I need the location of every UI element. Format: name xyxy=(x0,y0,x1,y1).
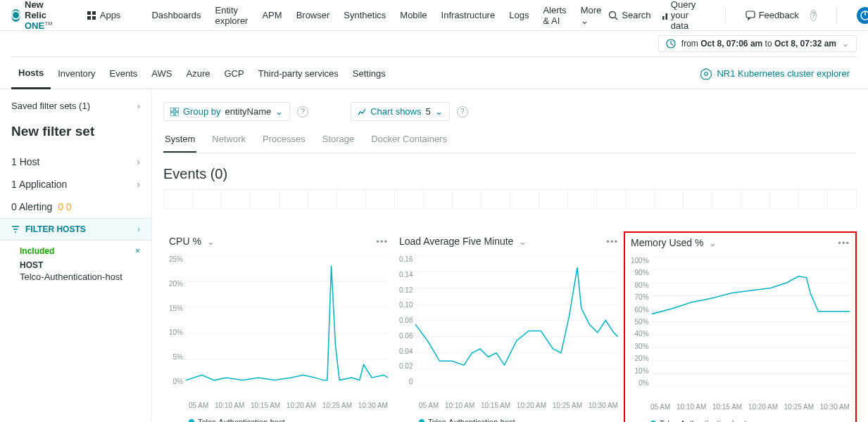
chevron-right-icon: › xyxy=(137,156,140,167)
subnav-events[interactable]: Events xyxy=(103,58,145,89)
nav-dashboards[interactable]: Dashboards xyxy=(144,10,208,20)
included-tag: Included × xyxy=(0,241,151,256)
sidebar-hosts-row[interactable]: 1 Host › xyxy=(0,151,151,173)
tab-processes[interactable]: Processes xyxy=(261,134,307,153)
host-name: Telco-Authentication-host xyxy=(0,271,151,290)
subnav-aws[interactable]: AWS xyxy=(144,58,179,89)
apps-label: Apps xyxy=(100,10,121,20)
chevron-down-icon[interactable]: ⌄ xyxy=(207,236,215,247)
feedback-label: Feedback xyxy=(759,10,799,20)
legend-label: Telco-Authentication-host xyxy=(198,418,285,422)
y-axis: 100%90%80%70%60%50%40%30%20%10%0% xyxy=(631,257,652,387)
help-icon[interactable]: ? xyxy=(457,106,468,117)
events-title: Events (0) xyxy=(163,166,857,182)
chart-memory: Memory Used % ⌄ ••• 100%90%80%70%60%50%4… xyxy=(624,231,857,422)
legend-label: Telco-Authentication-host xyxy=(660,419,747,422)
chart-menu-icon[interactable]: ••• xyxy=(838,238,850,248)
x-axis: 05 AM10:10 AM10:15 AM10:20 AM10:25 AM10:… xyxy=(399,396,618,409)
subnav-gcp[interactable]: GCP xyxy=(217,58,251,89)
speech-bubble-icon xyxy=(746,11,755,20)
included-label: Included xyxy=(20,246,54,256)
user-menu[interactable]: DemoNewRelicSt... ⌄ xyxy=(857,7,868,24)
sidebar-alerting-count: 0 0 xyxy=(58,201,71,212)
brand-text-one: ONE xyxy=(25,20,44,31)
svg-rect-11 xyxy=(170,108,174,111)
subnav-third-party[interactable]: Third-party services xyxy=(251,58,346,89)
grid-icon xyxy=(170,108,179,116)
chart-legend: Telco-Authentication-host xyxy=(399,409,618,422)
sidebar-apps-row[interactable]: 1 Application › xyxy=(0,173,151,196)
chevron-down-icon: ⌄ xyxy=(842,39,849,49)
y-axis: 25%20%15%10%5%0% xyxy=(169,255,186,385)
chevron-right-icon: › xyxy=(137,179,140,190)
nav-browser[interactable]: Browser xyxy=(289,10,337,20)
nav-logs[interactable]: Logs xyxy=(502,10,536,20)
subnav-hosts[interactable]: Hosts xyxy=(11,58,51,89)
tp-to: Oct 8, 07:32 am xyxy=(774,39,836,49)
tab-network[interactable]: Network xyxy=(210,134,247,153)
subnav-settings[interactable]: Settings xyxy=(346,58,393,89)
nav-entity-explorer[interactable]: Entity explorer xyxy=(208,5,255,26)
chart-controls: Group by entityName ⌄ ? Chart shows 5 ⌄ … xyxy=(163,95,857,128)
tab-storage[interactable]: Storage xyxy=(321,134,356,153)
apps-link[interactable]: Apps xyxy=(80,10,128,20)
feedback-button[interactable]: Feedback xyxy=(746,10,799,20)
nav-alerts-ai[interactable]: Alerts & AI xyxy=(536,5,573,26)
remove-filter-icon[interactable]: × xyxy=(135,246,140,256)
tab-docker[interactable]: Docker Containers xyxy=(370,134,448,153)
search-button[interactable]: Search xyxy=(608,10,650,20)
apps-grid-icon xyxy=(87,11,96,20)
host-label: HOST xyxy=(0,256,151,271)
chart-plot[interactable] xyxy=(415,255,618,385)
chevron-down-icon: ⌄ xyxy=(275,106,283,117)
help-icon[interactable]: ? xyxy=(297,106,308,117)
chart-menu-icon[interactable]: ••• xyxy=(606,236,618,247)
nav-infrastructure[interactable]: Infrastructure xyxy=(434,10,503,20)
chevron-down-icon[interactable]: ⌄ xyxy=(709,238,717,248)
chart-load-avg: Load Average Five Minute ⌄ ••• 0.160.140… xyxy=(394,231,624,422)
timepicker-bar: from Oct 8, 07:06 am to Oct 8, 07:32 am … xyxy=(0,31,868,56)
k8s-link-label: NR1 Kubernetes cluster explorer xyxy=(717,68,850,79)
tp-from-word: from xyxy=(681,39,698,49)
timepicker[interactable]: from Oct 8, 07:06 am to Oct 8, 07:32 am … xyxy=(658,35,857,52)
x-axis: 05 AM10:10 AM10:15 AM10:20 AM10:25 AM10:… xyxy=(631,397,850,411)
sidebar-alerting-row[interactable]: 0 Alerting 0 0 xyxy=(0,196,151,218)
query-data-button[interactable]: Query your data xyxy=(662,0,705,31)
nav-more[interactable]: More ⌄ xyxy=(574,5,609,26)
group-by-dropdown[interactable]: Group by entityName ⌄ xyxy=(163,102,290,121)
k8s-explorer-link[interactable]: NR1 Kubernetes cluster explorer xyxy=(693,58,857,89)
sidebar-hosts-label: 1 Host xyxy=(11,156,39,167)
help-icon[interactable]: ? xyxy=(810,10,817,21)
nav-mobile[interactable]: Mobile xyxy=(393,10,434,20)
nav-synthetics[interactable]: Synthetics xyxy=(336,10,393,20)
tp-to-word: to xyxy=(765,39,772,49)
chevron-right-icon: › xyxy=(137,224,140,234)
chart-menu-icon[interactable]: ••• xyxy=(376,236,388,247)
filter-set-title: New filter set xyxy=(0,117,151,151)
charts-row: CPU % ⌄ ••• 25%20%15%10%5%0% 05 AM10:10 … xyxy=(163,231,857,422)
chart-title: Memory Used % xyxy=(631,237,703,248)
chart-shows-dropdown[interactable]: Chart shows 5 ⌄ xyxy=(351,102,449,121)
brand-tm: TM xyxy=(44,20,53,27)
chevron-down-icon: ⌄ xyxy=(581,15,589,26)
svg-rect-12 xyxy=(175,108,179,111)
x-axis: 05 AM10:10 AM10:15 AM10:20 AM10:25 AM10:… xyxy=(169,396,388,409)
svg-point-0 xyxy=(610,11,616,18)
line-chart-icon xyxy=(358,108,366,116)
saved-filter-sets[interactable]: Saved filter sets (1) › xyxy=(0,95,151,117)
filter-hosts-toggle[interactable]: FILTER HOSTS › xyxy=(0,218,151,241)
tab-system[interactable]: System xyxy=(163,134,196,153)
divider xyxy=(725,7,726,24)
chart-plot[interactable] xyxy=(652,257,850,387)
subnav-inventory[interactable]: Inventory xyxy=(51,58,102,89)
chart-plot[interactable] xyxy=(186,255,388,385)
top-nav: New Relic ONETM Apps Dashboards Entity e… xyxy=(0,0,868,31)
filter-hosts-label: FILTER HOSTS xyxy=(25,224,86,234)
subnav-azure[interactable]: Azure xyxy=(180,58,218,89)
chart-title: CPU % xyxy=(169,236,201,247)
events-timeline[interactable] xyxy=(163,189,857,209)
chevron-down-icon[interactable]: ⌄ xyxy=(519,236,527,247)
nav-apm[interactable]: APM xyxy=(255,10,289,20)
brand-logo[interactable]: New Relic ONETM xyxy=(11,0,56,31)
svg-rect-5 xyxy=(746,11,755,18)
